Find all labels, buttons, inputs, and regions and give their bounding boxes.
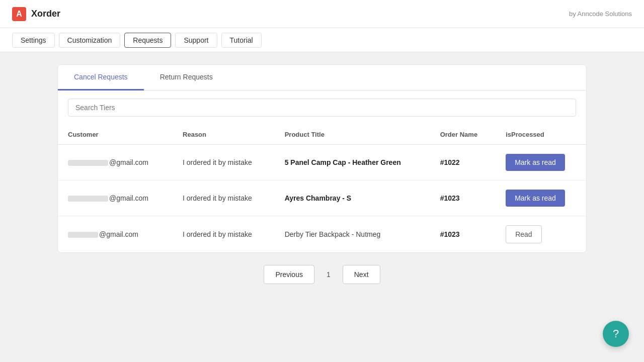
- app-title: Xorder: [31, 9, 60, 19]
- main-content: Cancel Requests Return Requests Customer…: [45, 52, 599, 308]
- order-number: #1022: [440, 158, 460, 166]
- nav-requests[interactable]: Requests: [124, 33, 171, 48]
- app-subtitle: by Anncode Solutions: [569, 10, 632, 18]
- table-row: @gmail.comI ordered it by mistakeDerby T…: [58, 216, 586, 253]
- cell-customer: @gmail.com: [58, 145, 173, 180]
- cell-action: Read: [496, 216, 586, 253]
- cell-action: Mark as read: [496, 180, 586, 216]
- col-customer: Customer: [58, 125, 173, 145]
- pagination: Previous 1 Next: [57, 253, 587, 296]
- read-button[interactable]: Read: [506, 225, 541, 243]
- cell-order: #1023: [430, 216, 496, 253]
- cell-customer: @gmail.com: [58, 216, 173, 253]
- header-left: A Xorder: [12, 7, 60, 21]
- app-header: A Xorder by Anncode Solutions: [0, 0, 644, 28]
- cell-reason: I ordered it by mistake: [173, 145, 275, 180]
- requests-card: Cancel Requests Return Requests Customer…: [57, 64, 587, 253]
- email-blur: [68, 196, 108, 202]
- tab-cancel-requests[interactable]: Cancel Requests: [58, 65, 144, 90]
- nav-settings[interactable]: Settings: [12, 33, 55, 48]
- email-blur: [68, 160, 108, 166]
- mark-as-read-button[interactable]: Mark as read: [506, 154, 565, 171]
- product-title: Ayres Chambray - S: [285, 194, 352, 202]
- table-row: @gmail.comI ordered it by mistakeAyres C…: [58, 180, 586, 216]
- next-button[interactable]: Next: [343, 265, 380, 284]
- cell-customer: @gmail.com: [58, 180, 173, 216]
- cell-product: 5 Panel Camp Cap - Heather Green: [275, 145, 430, 180]
- cell-order: #1023: [430, 180, 496, 216]
- prev-button[interactable]: Previous: [264, 265, 314, 284]
- current-page: 1: [320, 266, 337, 283]
- app-logo: A: [12, 7, 26, 21]
- product-title: 5 Panel Camp Cap - Heather Green: [285, 158, 401, 166]
- nav-support[interactable]: Support: [175, 33, 217, 48]
- search-area: [58, 90, 586, 125]
- col-product-title: Product Title: [275, 125, 430, 145]
- tab-return-requests[interactable]: Return Requests: [144, 65, 229, 90]
- col-is-processed: isProcessed: [496, 125, 586, 145]
- col-reason: Reason: [173, 125, 275, 145]
- nav-customization[interactable]: Customization: [59, 33, 121, 48]
- requests-table: Customer Reason Product Title Order Name…: [58, 125, 586, 252]
- nav-bar: Settings Customization Requests Support …: [0, 28, 644, 52]
- table-row: @gmail.comI ordered it by mistake5 Panel…: [58, 145, 586, 180]
- cell-action: Mark as read: [496, 145, 586, 180]
- cell-product: Ayres Chambray - S: [275, 180, 430, 216]
- search-input[interactable]: [68, 99, 576, 117]
- col-order-name: Order Name: [430, 125, 496, 145]
- tabs-container: Cancel Requests Return Requests: [58, 65, 586, 90]
- nav-tutorial[interactable]: Tutorial: [221, 33, 262, 48]
- cell-order: #1022: [430, 145, 496, 180]
- mark-as-read-button[interactable]: Mark as read: [506, 190, 565, 207]
- cell-reason: I ordered it by mistake: [173, 180, 275, 216]
- cell-reason: I ordered it by mistake: [173, 216, 275, 253]
- email-blur: [68, 232, 98, 238]
- cell-product: Derby Tier Backpack - Nutmeg: [275, 216, 430, 253]
- order-number: #1023: [440, 194, 460, 202]
- order-number: #1023: [440, 230, 460, 238]
